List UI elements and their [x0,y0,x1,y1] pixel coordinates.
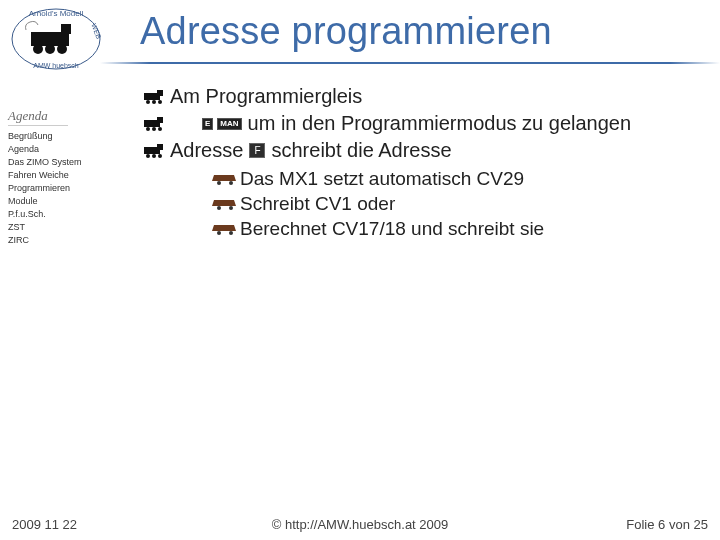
bullet-row: E MAN um in den Programmiermodus zu gela… [140,112,710,135]
svg-point-23 [158,154,162,158]
sidebar-item: ZIRC [8,234,123,247]
sub-bullet-row: Das MX1 setzt automatisch CV29 [210,168,710,190]
svg-text:AMW huebsch: AMW huebsch [33,62,79,69]
svg-rect-3 [31,32,69,46]
wagon-icon [210,223,240,235]
footer-page: Folie 6 von 25 [626,517,708,532]
svg-point-5 [33,44,43,54]
svg-rect-4 [61,24,71,34]
svg-point-17 [152,127,156,131]
bullet-row: Adresse F schreibt die Adresse [140,139,710,162]
svg-point-12 [152,100,156,104]
footer-copyright: © http://AMW.huebsch.at 2009 [272,517,449,532]
locomotive-icon [140,117,170,131]
sidebar-item: Agenda [8,143,123,156]
svg-rect-10 [157,90,163,96]
bullet-text: E MAN um in den Programmiermodus zu gela… [170,112,631,135]
sub-bullet-text: Schreibt CV1 oder [240,193,395,215]
bullet-text: Am Programmiergleis [170,85,362,108]
sidebar-item: Fahren Weiche [8,169,123,182]
svg-point-27 [229,206,233,210]
svg-text:WEB: WEB [90,22,102,40]
text-fragment: um in den Programmiermodus zu gelangen [248,112,632,135]
svg-point-16 [146,127,150,131]
sub-list: Das MX1 setzt automatisch CV29 Schreibt … [210,168,710,240]
sidebar-item: Module [8,195,123,208]
svg-point-22 [152,154,156,158]
sub-bullet-row: Berechnet CV17/18 und schreibt sie [210,218,710,240]
text-fragment: schreibt die Adresse [271,139,451,162]
bullet-row: Am Programmiergleis [140,85,710,108]
sidebar-item: Begrüßung [8,130,123,143]
content: Am Programmiergleis E MAN um in den Prog… [140,85,710,243]
svg-point-11 [146,100,150,104]
sub-bullet-row: Schreibt CV1 oder [210,193,710,215]
footer: 2009 11 22 © http://AMW.huebsch.at 2009 … [0,517,720,532]
sidebar-item: P.f.u.Sch. [8,208,123,221]
locomotive-icon [140,144,170,158]
key-badge: F [249,143,265,158]
wagon-icon [210,173,240,185]
svg-point-25 [229,181,233,185]
text-fragment: Folie [626,517,658,532]
svg-point-24 [217,181,221,185]
sub-bullet-text: Berechnet CV17/18 und schreibt sie [240,218,544,240]
logo: Arnold's Modell WEB AMW huebsch [6,2,106,77]
sidebar-item: Das ZIMO System [8,156,123,169]
svg-rect-15 [157,117,163,123]
svg-point-21 [146,154,150,158]
sidebar: Begrüßung Agenda Das ZIMO System Fahren … [8,130,123,247]
svg-point-26 [217,206,221,210]
key-badge: MAN [217,118,241,130]
svg-point-29 [229,231,233,235]
sub-bullet-text: Das MX1 setzt automatisch CV29 [240,168,524,190]
header: Arnold's Modell WEB AMW huebsch Adresse … [0,0,720,78]
wagon-icon [210,198,240,210]
text-fragment: Adresse [170,139,243,162]
key-badge: E [202,118,213,130]
agenda-heading: Agenda [8,108,68,126]
svg-point-28 [217,231,221,235]
svg-point-6 [45,44,55,54]
svg-point-18 [158,127,162,131]
text-fragment: von [665,517,693,532]
page-title: Adresse programmieren [140,10,552,53]
bullet-text: Adresse F schreibt die Adresse [170,139,452,162]
svg-point-13 [158,100,162,104]
sidebar-item: ZST [8,221,123,234]
svg-rect-20 [157,144,163,150]
title-underline [100,62,720,64]
sidebar-item: Programmieren [8,182,123,195]
svg-text:Arnold's Modell: Arnold's Modell [29,9,84,18]
locomotive-icon [140,90,170,104]
svg-point-7 [57,44,67,54]
page-total: 25 [694,517,708,532]
footer-date: 2009 11 22 [12,517,77,532]
